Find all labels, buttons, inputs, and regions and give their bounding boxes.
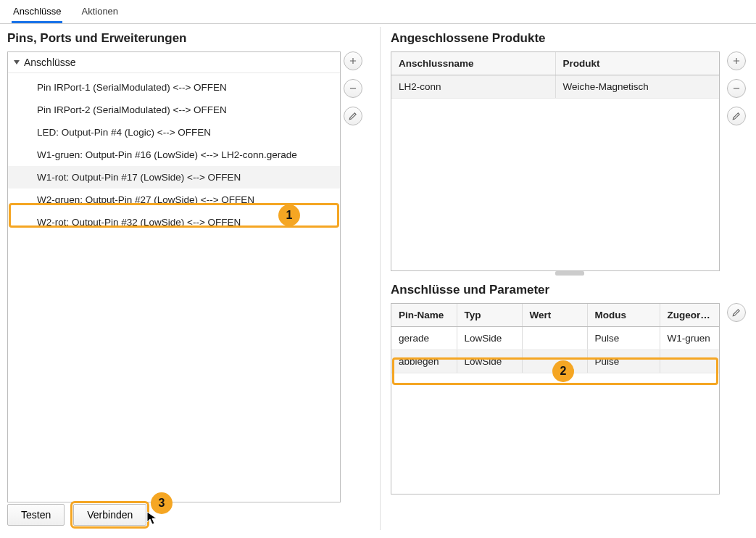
cell-anschlussname: LH2-conn <box>391 75 555 99</box>
col-modus[interactable]: Modus <box>587 304 660 327</box>
tree-item[interactable]: W1-gruen: Output-Pin #16 (LowSide) <--> … <box>8 144 340 166</box>
tree-item[interactable]: LED: Output-Pin #4 (Logic) <--> OFFEN <box>8 121 340 144</box>
cell-pin: abbiegen <box>391 350 457 373</box>
col-anschlussname[interactable]: Anschlussname <box>391 52 555 75</box>
cell-modus: Pulse <box>587 327 660 350</box>
table-row[interactable]: gerade LowSide Pulse W1-gruen <box>391 327 719 350</box>
cell-produkt: Weiche-Magnetisch <box>555 75 719 99</box>
params-grid[interactable]: Pin-Name Typ Wert Modus Zugeord… gerade … <box>391 303 720 494</box>
edit-pin-button[interactable] <box>344 107 362 125</box>
cell-typ: LowSide <box>457 350 522 373</box>
cursor-icon <box>146 511 158 528</box>
cell-wert <box>522 327 587 350</box>
pin-tree[interactable]: Anschlüsse Pin IRPort-1 (SerialModulated… <box>7 51 341 502</box>
cell-zugeord <box>660 350 719 373</box>
caret-down-icon <box>14 60 20 65</box>
col-pin-name[interactable]: Pin-Name <box>391 304 457 327</box>
remove-pin-button[interactable] <box>344 79 362 98</box>
tree-item[interactable]: W2-gruen: Output-Pin #27 (LowSide) <--> … <box>8 189 340 211</box>
connect-button[interactable]: Verbinden <box>73 504 146 526</box>
tree-item[interactable]: W1-rot: Output-Pin #17 (LowSide) <--> OF… <box>8 166 340 189</box>
table-row[interactable]: LH2-conn Weiche-Magnetisch <box>391 75 719 99</box>
table-row[interactable]: abbiegen LowSide Pulse <box>391 350 719 373</box>
tree-root[interactable]: Anschlüsse <box>8 52 340 73</box>
add-product-button[interactable] <box>727 51 746 70</box>
edit-param-button[interactable] <box>727 303 746 322</box>
edit-product-button[interactable] <box>727 107 746 125</box>
tab-connections[interactable]: Anschlüsse <box>12 0 62 23</box>
col-typ[interactable]: Typ <box>457 304 522 327</box>
connected-products-title: Angeschlossene Produkte <box>391 31 749 46</box>
cell-zugeord: W1-gruen <box>660 327 719 350</box>
connections-params-title: Anschlüsse und Parameter <box>391 283 749 297</box>
tree-root-label: Anschlüsse <box>24 57 76 68</box>
tree-item[interactable]: Pin IRPort-1 (SerialModulated) <--> OFFE… <box>8 76 340 99</box>
remove-product-button[interactable] <box>727 79 746 98</box>
cell-typ: LowSide <box>457 327 522 350</box>
cell-wert <box>522 350 587 373</box>
col-produkt[interactable]: Produkt <box>555 52 719 75</box>
tree-item[interactable]: W2-rot: Output-Pin #32 (LowSide) <--> OF… <box>8 211 340 233</box>
cell-modus: Pulse <box>587 350 660 373</box>
cell-pin: gerade <box>391 327 457 350</box>
test-button[interactable]: Testen <box>7 504 65 526</box>
add-pin-button[interactable] <box>344 51 362 70</box>
tree-item[interactable]: Pin IRPort-2 (SerialModulated) <--> OFFE… <box>8 99 340 121</box>
tab-actions[interactable]: Aktionen <box>80 0 120 23</box>
pins-section-title: Pins, Ports und Erweiterungen <box>7 31 370 46</box>
vertical-splitter[interactable] <box>555 271 584 276</box>
col-wert[interactable]: Wert <box>522 304 587 327</box>
connected-products-grid[interactable]: Anschlussname Produkt LH2-conn Weiche-Ma… <box>391 51 720 271</box>
col-zugeordnet[interactable]: Zugeord… <box>660 304 719 327</box>
